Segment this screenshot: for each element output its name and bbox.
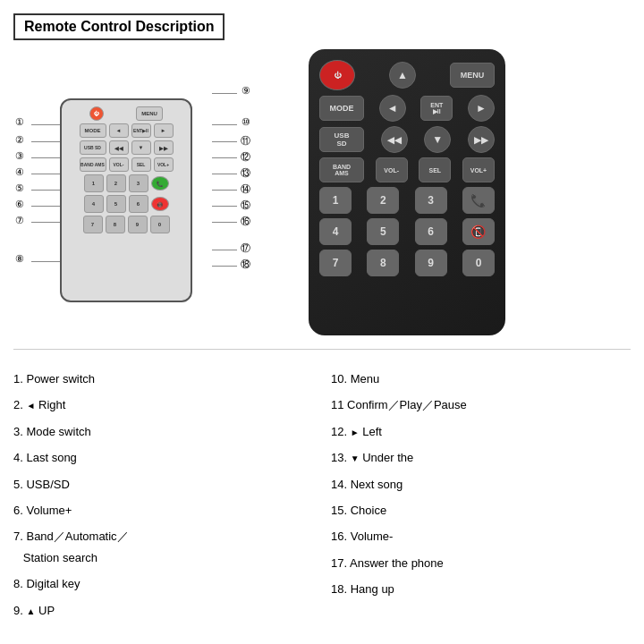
desc-14: 14. Next song [331,471,631,497]
diagram-wrapper: ① ② ③ ④ ⑤ ⑥ ⑦ ⑧ ⑨ ⑩ ⑪ ⑫ ⑬ ⑭ ⑮ ⑯ ⑰ ⑱ [13,49,255,313]
num7-btn-diagram[interactable]: 7 [83,216,103,233]
label-12: ⑫ [241,150,250,164]
remote-row-5: 1 2 3 📞 [66,174,186,192]
next-btn-diagram[interactable]: ▶▶ [154,140,174,155]
down-btn-diagram[interactable]: ▼ [131,140,151,155]
label-11: ⑪ [241,134,250,148]
label-15: ⑮ [241,199,250,212]
desc-grid: 1. Power switch 2. ◄ Right 3. Mode switc… [13,366,631,623]
remote-rows: ⏻ MENU MODE ◄ ENT▶ll ► [66,106,186,233]
rp-1-btn[interactable]: 1 [319,187,352,214]
rp-usbsd-btn[interactable]: USBSD [319,127,364,152]
desc-1: 1. Power switch [13,366,313,392]
rp-row-4: BANDAMS VOL- SEL VOL+ [319,157,495,182]
volminus-btn-diagram[interactable]: VOL- [109,157,129,172]
call-btn-diagram[interactable]: 📞 [151,176,169,191]
rp-sel-btn[interactable]: SEL [419,157,451,182]
num9-btn-diagram[interactable]: 9 [128,216,148,233]
mode-btn-diagram[interactable]: MODE [80,123,106,138]
rp-volplus-btn[interactable]: VOL+ [462,157,495,182]
band-btn-diagram[interactable]: BAND AMS [80,157,106,172]
rp-hangup-btn[interactable]: 📵 [462,218,495,245]
label-5: ⑤ [15,182,24,194]
ent-btn-diagram[interactable]: ENT▶ll [131,123,151,138]
hangup-btn-diagram[interactable]: 📵 [151,197,169,211]
desc-13: 13. ▼ Under the [331,445,631,470]
num0-btn-diagram[interactable]: 0 [150,216,170,233]
rp-ent-btn[interactable]: ENT▶ll [420,96,453,121]
rp-menu-btn[interactable]: MENU [450,63,495,88]
rp-power-btn[interactable]: ⏻ [319,60,355,90]
remote-row-7: 7 8 9 0 [66,216,186,233]
rp-row-2: MODE ◄ ENT▶ll ► [319,95,495,122]
rp-4-btn[interactable]: 4 [319,218,352,245]
label-3: ③ [15,150,24,162]
desc-right: 10. Menu 11 Confirm／Play／Pause 12. ► Lef… [331,366,631,623]
label-10: ⑩ [242,116,250,128]
volplus-btn-diagram[interactable]: VOL+ [154,157,174,172]
rp-mode-btn[interactable]: MODE [319,96,364,121]
rp-8-btn[interactable]: 8 [367,250,399,276]
rp-row-6: 4 5 6 📵 [319,218,495,245]
rp-call-btn[interactable]: 📞 [462,187,495,214]
rp-9-btn[interactable]: 9 [415,250,447,276]
rp-0-btn[interactable]: 0 [462,250,495,276]
remote-outline: ⏻ MENU MODE ◄ ENT▶ll ► [60,98,192,302]
label-1: ① [15,116,24,128]
rp-3-btn[interactable]: 3 [415,187,447,214]
num8-btn-diagram[interactable]: 8 [106,216,125,233]
remote-row-1: ⏻ MENU [66,106,186,121]
sel-btn-diagram[interactable]: SEL [131,157,151,172]
desc-9: 9. ▲ UP [13,597,313,623]
rp-row-1: ⏻ ▲ MENU [319,60,495,90]
rp-right2-btn[interactable]: ► [468,95,495,122]
label-9: ⑨ [242,85,250,97]
rp-left2-btn[interactable]: ◄ [379,95,406,122]
rp-band-btn[interactable]: BANDAMS [319,157,364,182]
desc-left: 1. Power switch 2. ◄ Right 3. Mode switc… [13,366,313,623]
desc-5: 5. USB/SD [13,471,313,497]
rp-next-btn[interactable]: ▶▶ [468,126,495,153]
rp-7-btn[interactable]: 7 [319,250,352,276]
rp-prev-btn[interactable]: ◀◀ [381,126,408,153]
desc-6: 6. Volume+ [13,497,313,523]
remote-row-4: BAND AMS VOL- SEL VOL+ [66,157,186,172]
rp-6-btn[interactable]: 6 [415,218,447,245]
num1-btn-diagram[interactable]: 1 [84,174,104,192]
num3-btn-diagram[interactable]: 3 [129,174,148,192]
remote-photo: ⏻ ▲ MENU MODE ◄ ENT▶ll ► USBSD ◀◀ ▼ ▶▶ [309,49,505,335]
rp-volminus-btn[interactable]: VOL- [376,157,408,182]
rp-row-3: USBSD ◀◀ ▼ ▶▶ [319,126,495,153]
num4-btn-diagram[interactable]: 4 [84,195,104,213]
rp-down-btn[interactable]: ▼ [424,126,451,153]
desc-4: 4. Last song [13,445,313,470]
remote-row-2: MODE ◄ ENT▶ll ► [66,123,186,138]
main-container: Remote Control Description ① ② ③ ④ ⑤ ⑥ ⑦… [0,0,644,644]
menu-btn-diagram[interactable]: MENU [136,106,163,121]
rp-5-btn[interactable]: 5 [367,218,399,245]
rp-row-7: 7 8 9 0 [319,250,495,276]
desc-8: 8. Digital key [13,571,313,597]
num2-btn-diagram[interactable]: 2 [106,174,126,192]
prev-btn-diagram[interactable]: ◀◀ [109,140,129,155]
rp-2-btn[interactable]: 2 [367,187,399,214]
description-section: 1. Power switch 2. ◄ Right 3. Mode switc… [13,349,631,623]
label-8: ⑧ [15,253,24,265]
num6-btn-diagram[interactable]: 6 [129,195,148,213]
desc-3: 3. Mode switch [13,419,313,445]
rp-row-5: 1 2 3 📞 [319,187,495,214]
desc-7: 7. Band／Automatic／ Station search [13,523,313,571]
remote-row-3: USB SD ◀◀ ▼ ▶▶ [66,140,186,155]
label-6: ⑥ [15,199,24,210]
usbsd-btn-diagram[interactable]: USB SD [80,140,106,155]
power-btn-diagram[interactable]: ⏻ [89,106,104,121]
left-btn-diagram[interactable]: ◄ [109,123,129,138]
label-16: ⑯ [241,215,250,228]
desc-15: 15. Choice [331,497,631,523]
desc-11: 11 Confirm／Play／Pause [331,392,631,418]
desc-16: 16. Volume- [331,523,631,549]
right-btn-diagram[interactable]: ► [154,123,174,138]
label-18: ⑱ [241,258,250,271]
num5-btn-diagram[interactable]: 5 [106,195,126,213]
rp-up-btn[interactable]: ▲ [389,62,416,89]
